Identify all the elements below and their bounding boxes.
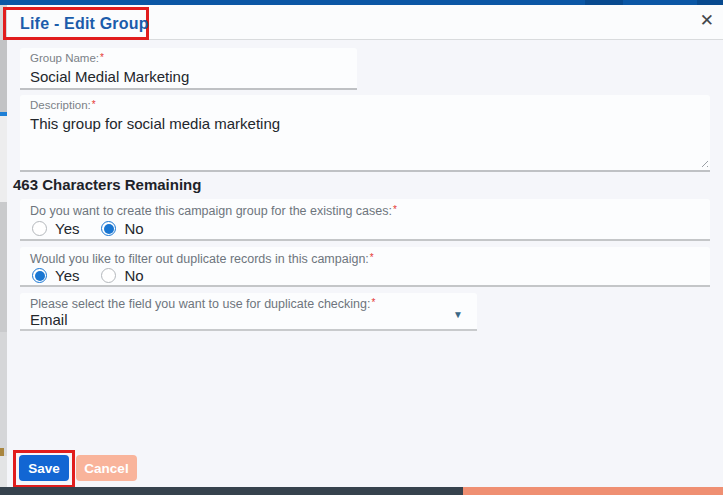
- annotation-box-title: Life - Edit Group: [3, 7, 149, 40]
- duplicate-field-dropdown[interactable]: Please select the field you want to use …: [20, 293, 477, 331]
- description-label: Description:*: [30, 99, 96, 111]
- question-existing-cases-label: Do you want to create this campaign grou…: [30, 204, 397, 218]
- cancel-button[interactable]: Cancel: [76, 455, 137, 481]
- save-button[interactable]: Save: [19, 455, 69, 481]
- background-segment: [0, 448, 4, 456]
- chevron-down-icon[interactable]: ▼: [453, 309, 463, 320]
- radio-yes-label[interactable]: Yes: [55, 267, 79, 284]
- duplicate-field-label: Please select the field you want to use …: [30, 297, 375, 311]
- required-asterisk: *: [92, 99, 96, 110]
- radio-no-label[interactable]: No: [124, 220, 143, 237]
- background-left-strip: [0, 5, 7, 487]
- question-filter-duplicates-label: Would you like to filter out duplicate r…: [30, 252, 374, 266]
- required-asterisk: *: [100, 52, 104, 63]
- radio-no[interactable]: [101, 221, 116, 236]
- description-field[interactable]: Description:* This group for social medi…: [20, 95, 710, 172]
- bottom-bar-salmon: [463, 487, 723, 495]
- duplicate-field-value[interactable]: Email: [30, 311, 68, 328]
- background-segment: [0, 202, 7, 332]
- radio-no-label[interactable]: No: [124, 267, 143, 284]
- modal-header: Life - Edit Group ✕: [7, 5, 723, 40]
- group-name-label: Group Name:*: [30, 52, 104, 64]
- characters-remaining: 463 Characters Remaining: [13, 176, 201, 193]
- required-asterisk: *: [370, 252, 374, 263]
- radio-yes[interactable]: [32, 221, 47, 236]
- question-existing-cases: Do you want to create this campaign grou…: [20, 199, 710, 241]
- close-icon[interactable]: ✕: [700, 11, 714, 31]
- background-segment: [0, 116, 7, 202]
- screen: Life - Edit Group ✕ Group Name:* Social …: [0, 0, 723, 495]
- radio-yes-label[interactable]: Yes: [55, 220, 79, 237]
- edit-group-modal: Life - Edit Group ✕ Group Name:* Social …: [7, 5, 723, 487]
- group-name-field[interactable]: Group Name:* Social Medial Marketing: [20, 48, 357, 90]
- radio-no[interactable]: [101, 268, 116, 283]
- background-segment: [0, 456, 7, 487]
- background-segment: [0, 40, 7, 112]
- question-filter-duplicates: Would you like to filter out duplicate r…: [20, 247, 710, 287]
- group-name-value[interactable]: Social Medial Marketing: [30, 68, 189, 85]
- required-asterisk: *: [371, 297, 375, 308]
- description-value[interactable]: This group for social media marketing: [30, 115, 280, 132]
- radio-yes[interactable]: [32, 268, 47, 283]
- required-asterisk: *: [393, 204, 397, 215]
- question-filter-duplicates-options: Yes No: [32, 267, 158, 284]
- bottom-bar-dark: [0, 487, 463, 495]
- question-existing-cases-options: Yes No: [32, 220, 158, 237]
- modal-title: Life - Edit Group: [20, 15, 149, 33]
- textarea-resize-handle[interactable]: [699, 158, 708, 167]
